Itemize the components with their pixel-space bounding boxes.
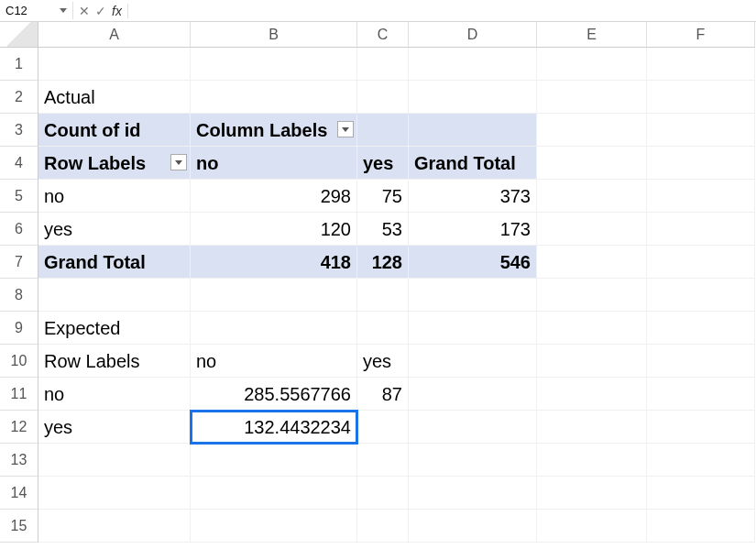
cell-C7[interactable]: 128: [357, 246, 409, 279]
cell-F15[interactable]: [647, 510, 755, 543]
row-header-13[interactable]: 13: [0, 444, 38, 477]
row-header-1[interactable]: 1: [0, 48, 38, 81]
cell-F13[interactable]: [647, 444, 755, 477]
cell-A10[interactable]: Row Labels: [38, 345, 191, 378]
cell-F2[interactable]: [647, 81, 755, 114]
col-header-B[interactable]: B: [191, 22, 357, 48]
cell-E9[interactable]: [537, 312, 647, 345]
cell-B5[interactable]: 298: [191, 180, 357, 213]
cell-B4[interactable]: no: [191, 147, 357, 180]
cell-C4[interactable]: yes: [357, 147, 409, 180]
cell-D15[interactable]: [409, 510, 537, 543]
row-header-6[interactable]: 6: [0, 213, 38, 246]
col-header-D[interactable]: D: [409, 22, 537, 48]
name-box[interactable]: C12: [0, 2, 73, 19]
col-header-A[interactable]: A: [38, 22, 191, 48]
cell-E5[interactable]: [537, 180, 647, 213]
cell-F9[interactable]: [647, 312, 755, 345]
cell-E15[interactable]: [537, 510, 647, 543]
cell-D9[interactable]: [409, 312, 537, 345]
row-header-15[interactable]: 15: [0, 510, 38, 543]
cell-F1[interactable]: [647, 48, 755, 81]
select-all-corner[interactable]: [0, 22, 38, 48]
cell-E13[interactable]: [537, 444, 647, 477]
cell-B11[interactable]: 285.5567766: [191, 378, 357, 411]
cell-D10[interactable]: [409, 345, 537, 378]
cell-D7[interactable]: 546: [409, 246, 537, 279]
chevron-down-icon[interactable]: [60, 8, 67, 13]
col-header-F[interactable]: F: [647, 22, 755, 48]
cell-F4[interactable]: [647, 147, 755, 180]
fx-icon[interactable]: fx: [112, 4, 122, 18]
cell-D4[interactable]: Grand Total: [409, 147, 537, 180]
row-header-11[interactable]: 11: [0, 378, 38, 411]
cell-B10[interactable]: no: [191, 345, 357, 378]
cell-E7[interactable]: [537, 246, 647, 279]
cell-F7[interactable]: [647, 246, 755, 279]
cell-C14[interactable]: [357, 477, 409, 510]
cell-B7[interactable]: 418: [191, 246, 357, 279]
cancel-icon[interactable]: ✕: [79, 4, 90, 18]
cell-E8[interactable]: [537, 279, 647, 312]
cell-F12[interactable]: [647, 411, 755, 444]
row-header-10[interactable]: 10: [0, 345, 38, 378]
filter-button-column-labels[interactable]: [337, 121, 354, 137]
cell-A5[interactable]: no: [38, 180, 191, 213]
cell-F8[interactable]: [647, 279, 755, 312]
row-header-3[interactable]: 3: [0, 114, 38, 147]
cell-C12[interactable]: [357, 411, 409, 444]
cell-B12[interactable]: 132.4432234: [191, 411, 357, 444]
cell-A4[interactable]: Row Labels: [38, 147, 191, 180]
col-header-C[interactable]: C: [357, 22, 409, 48]
cell-D8[interactable]: [409, 279, 537, 312]
cell-A12[interactable]: yes: [38, 411, 191, 444]
cell-D11[interactable]: [409, 378, 537, 411]
row-header-5[interactable]: 5: [0, 180, 38, 213]
cell-A11[interactable]: no: [38, 378, 191, 411]
cell-C13[interactable]: [357, 444, 409, 477]
cell-A7[interactable]: Grand Total: [38, 246, 191, 279]
cell-C5[interactable]: 75: [357, 180, 409, 213]
cell-A9[interactable]: Expected: [38, 312, 191, 345]
cell-D2[interactable]: [409, 81, 537, 114]
cell-A1[interactable]: [38, 48, 191, 81]
cell-A3[interactable]: Count of id: [38, 114, 191, 147]
cell-E4[interactable]: [537, 147, 647, 180]
row-header-12[interactable]: 12: [0, 411, 38, 444]
cell-C1[interactable]: [357, 48, 409, 81]
row-header-4[interactable]: 4: [0, 147, 38, 180]
cell-A13[interactable]: [38, 444, 191, 477]
cell-B1[interactable]: [191, 48, 357, 81]
cell-A6[interactable]: yes: [38, 213, 191, 246]
row-header-2[interactable]: 2: [0, 81, 38, 114]
cell-C10[interactable]: yes: [357, 345, 409, 378]
cell-C9[interactable]: [357, 312, 409, 345]
cell-D1[interactable]: [409, 48, 537, 81]
cell-E3[interactable]: [537, 114, 647, 147]
cell-E14[interactable]: [537, 477, 647, 510]
cell-F6[interactable]: [647, 213, 755, 246]
row-header-7[interactable]: 7: [0, 246, 38, 279]
row-header-8[interactable]: 8: [0, 279, 38, 312]
check-icon[interactable]: ✓: [95, 4, 106, 18]
cell-B13[interactable]: [191, 444, 357, 477]
cell-A8[interactable]: [38, 279, 191, 312]
cell-B14[interactable]: [191, 477, 357, 510]
cell-C6[interactable]: 53: [357, 213, 409, 246]
col-header-E[interactable]: E: [537, 22, 647, 48]
cell-B2[interactable]: [191, 81, 357, 114]
cell-F14[interactable]: [647, 477, 755, 510]
cell-B9[interactable]: [191, 312, 357, 345]
cell-C2[interactable]: [357, 81, 409, 114]
cell-B8[interactable]: [191, 279, 357, 312]
cell-A15[interactable]: [38, 510, 191, 543]
cell-C15[interactable]: [357, 510, 409, 543]
cell-B6[interactable]: 120: [191, 213, 357, 246]
cell-D5[interactable]: 373: [409, 180, 537, 213]
cell-A2[interactable]: Actual: [38, 81, 191, 114]
cell-E6[interactable]: [537, 213, 647, 246]
cell-E11[interactable]: [537, 378, 647, 411]
filter-button-row-labels[interactable]: [170, 154, 187, 170]
cell-F5[interactable]: [647, 180, 755, 213]
cell-F3[interactable]: [647, 114, 755, 147]
